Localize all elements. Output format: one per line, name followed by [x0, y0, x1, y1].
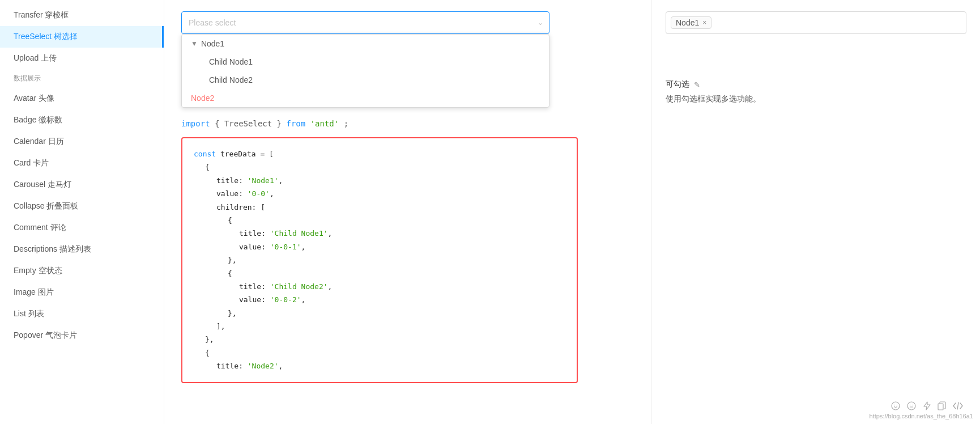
import-package: 'antd' — [310, 119, 339, 128]
svg-point-2 — [897, 405, 898, 406]
tree-node-node1[interactable]: ▼ Node1 — [182, 35, 549, 53]
sidebar-section-data: 数据展示 — [0, 69, 164, 88]
treeselect-container: Please select ⌄ ▼ Node1 Child Node1 Chil… — [181, 11, 634, 108]
code-line: title: 'Child Node1', — [239, 227, 565, 240]
sidebar-item-avatar[interactable]: Avatar 头像 — [0, 88, 164, 109]
sidebar-item-card[interactable]: Card 卡片 — [0, 152, 164, 174]
tree-node-label: Node2 — [191, 94, 214, 103]
code-block: const treeData = [ { title: 'Node1', val… — [181, 137, 578, 383]
section-title-container: 可勾选 ✎ — [666, 79, 966, 90]
selected-node1-tag: Node1 × — [671, 16, 711, 29]
code-line: value: '0-0', — [216, 187, 565, 200]
svg-rect-7 — [938, 404, 943, 410]
main-content: Please select ⌄ ▼ Node1 Child Node1 Chil… — [164, 0, 651, 424]
right-panel: Node1 × 可勾选 ✎ 使用勾选框实现多选功能。 — [651, 0, 980, 424]
meh-icon[interactable] — [907, 401, 916, 413]
smile-icon[interactable] — [891, 401, 900, 413]
section-description: 使用勾选框实现多选功能。 — [666, 94, 966, 104]
code-line: { — [205, 346, 565, 359]
tree-node-label: Node1 — [201, 39, 224, 48]
copy-icon[interactable] — [938, 401, 946, 413]
node1-tag-label: Node1 — [676, 18, 699, 27]
import-brace-open: { — [215, 119, 224, 128]
sidebar-item-comment[interactable]: Comment 评论 — [0, 217, 164, 239]
code-line: { — [205, 160, 565, 173]
svg-point-5 — [913, 405, 914, 406]
treeselect-input[interactable]: Please select ⌄ — [181, 11, 549, 34]
tree-node-label: Child Node1 — [209, 57, 253, 66]
chevron-down-icon: ⌄ — [538, 19, 543, 27]
import-statement: import { TreeSelect } from 'antd' ; — [181, 119, 634, 128]
sidebar-item-popover[interactable]: Popover 气泡卡片 — [0, 325, 164, 346]
code-line: { — [228, 214, 565, 227]
code-line: }, — [205, 333, 565, 346]
sidebar-item-upload[interactable]: Upload 上传 — [0, 48, 164, 69]
treeselect-placeholder: Please select — [189, 18, 236, 27]
import-component: TreeSelect — [224, 119, 272, 128]
section-title-text: 可勾选 — [666, 79, 689, 90]
tree-node-node2[interactable]: Node2 — [182, 89, 549, 107]
sidebar-item-list[interactable]: List 列表 — [0, 303, 164, 325]
from-keyword: from — [286, 119, 305, 128]
code-line: title: 'Node2', — [216, 359, 565, 372]
sidebar: Transfer 穿梭框 TreeSelect 树选择 Upload 上传 数据… — [0, 0, 164, 424]
code-line: value: '0-0-1', — [239, 240, 565, 253]
code-line: title: 'Child Node2', — [239, 280, 565, 293]
tree-node-child2[interactable]: Child Node2 — [182, 71, 549, 89]
svg-point-3 — [907, 402, 915, 410]
tree-node-child1[interactable]: Child Node1 — [182, 53, 549, 71]
import-brace-close: } — [277, 119, 287, 128]
code-line: title: 'Node1', — [216, 174, 565, 187]
code-line: const treeData = [ — [194, 147, 565, 160]
code-line: ], — [216, 320, 565, 333]
code-line: value: '0-0-2', — [239, 293, 565, 306]
thunder-icon[interactable] — [923, 401, 931, 413]
expand-arrow-icon: ▼ — [191, 40, 198, 48]
code-line: children: [ — [216, 201, 565, 214]
svg-point-1 — [894, 405, 895, 406]
sidebar-item-descriptions[interactable]: Descriptions 描述列表 — [0, 239, 164, 260]
sidebar-item-image[interactable]: Image 图片 — [0, 282, 164, 303]
treeselect-right-input[interactable]: Node1 × — [666, 11, 966, 34]
svg-line-8 — [957, 402, 958, 409]
svg-point-0 — [892, 402, 900, 410]
import-semicolon: ; — [344, 119, 348, 128]
sidebar-item-badge[interactable]: Badge 徽标数 — [0, 109, 164, 131]
treeselect-dropdown: ▼ Node1 Child Node1 Child Node2 Node2 — [181, 34, 549, 108]
sidebar-item-calendar[interactable]: Calendar 日历 — [0, 131, 164, 152]
tree-node-label: Child Node2 — [209, 75, 253, 84]
code-line: }, — [228, 253, 565, 266]
code-icon[interactable] — [953, 402, 963, 412]
import-keyword: import — [181, 119, 210, 128]
code-line: { — [228, 267, 565, 280]
toolbar-icons — [891, 401, 963, 413]
code-line: }, — [228, 307, 565, 320]
sidebar-item-transfer[interactable]: Transfer 穿梭框 — [0, 5, 164, 26]
sidebar-item-collapse[interactable]: Collapse 折叠面板 — [0, 196, 164, 217]
sidebar-item-empty[interactable]: Empty 空状态 — [0, 260, 164, 282]
remove-node1-button[interactable]: × — [702, 19, 706, 27]
edit-icon[interactable]: ✎ — [694, 80, 700, 89]
sidebar-item-treeselect[interactable]: TreeSelect 树选择 — [0, 26, 164, 48]
bottom-url: https://blog.csdn.net/as_the_68h16a1 — [870, 413, 973, 419]
sidebar-item-carousel[interactable]: Carousel 走马灯 — [0, 174, 164, 196]
svg-point-4 — [910, 405, 911, 406]
